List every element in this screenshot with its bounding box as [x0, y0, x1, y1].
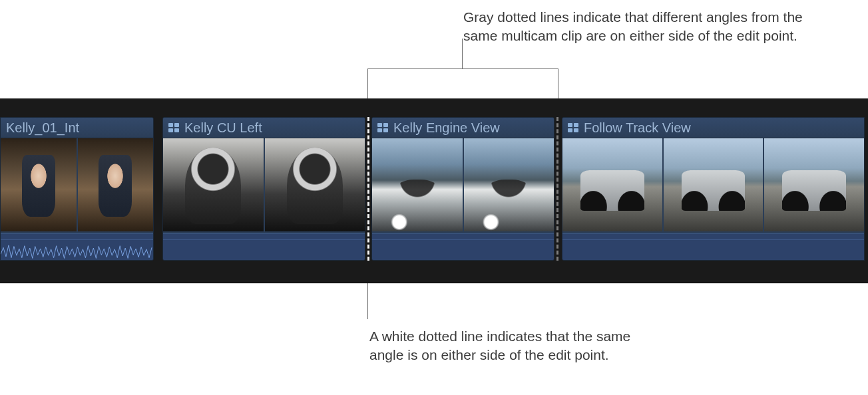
clip-name-label: Kelly CU Left — [184, 118, 262, 138]
clip-name-label: Follow Track View — [584, 118, 691, 138]
svg-rect-4 — [377, 123, 382, 127]
thumbnail — [1, 138, 77, 231]
leader-line — [367, 68, 368, 98]
thumbnail — [464, 138, 554, 231]
thumbnail — [372, 138, 463, 231]
timeline-clip[interactable]: Kelly CU Left — [162, 117, 365, 261]
multicam-icon — [377, 123, 388, 132]
svg-rect-10 — [568, 128, 572, 132]
leader-line — [462, 39, 463, 68]
svg-rect-2 — [168, 128, 173, 132]
svg-rect-1 — [174, 123, 179, 127]
clip-audio-lane — [1, 233, 153, 260]
thumbnail — [265, 138, 365, 231]
clip-title-bar: Follow Track View — [562, 118, 864, 138]
svg-rect-5 — [383, 123, 388, 127]
clip-name-label: Kelly_01_Int — [6, 118, 79, 138]
audio-waveform — [1, 241, 153, 260]
clip-audio-lane — [372, 233, 554, 260]
clip-audio-lane — [562, 233, 864, 260]
thumbnail — [764, 138, 864, 231]
timeline-clip[interactable]: Kelly Engine View — [371, 117, 554, 261]
svg-rect-11 — [574, 128, 578, 132]
thumbnail — [163, 138, 264, 231]
clip-title-bar: Kelly_01_Int — [1, 118, 153, 138]
clip-thumbnails — [372, 138, 554, 231]
clip-title-bar: Kelly CU Left — [163, 118, 365, 138]
thumbnail — [78, 138, 154, 231]
svg-rect-0 — [168, 123, 173, 127]
leader-line — [367, 283, 368, 319]
thumbnail — [664, 138, 763, 231]
edit-point-same-angle[interactable] — [367, 117, 369, 261]
clip-thumbnails — [562, 138, 864, 231]
thumbnail — [562, 138, 662, 231]
leader-line — [367, 68, 558, 69]
multicam-icon — [168, 123, 179, 132]
clip-title-bar: Kelly Engine View — [372, 118, 554, 138]
svg-rect-7 — [383, 128, 388, 132]
clip-name-label: Kelly Engine View — [393, 118, 500, 138]
clip-audio-lane — [163, 233, 365, 260]
callout-white-dotted: A white dotted line indicates that the s… — [369, 327, 636, 365]
leader-line — [558, 68, 558, 98]
clip-thumbnails — [1, 138, 153, 231]
svg-rect-3 — [174, 128, 179, 132]
svg-rect-6 — [377, 128, 382, 132]
timeline-clip[interactable]: Follow Track View — [562, 117, 865, 261]
timeline[interactable]: Kelly_01_Int Kelly CU Left — [0, 98, 868, 283]
clip-thumbnails — [163, 138, 365, 231]
callout-gray-dotted: Gray dotted lines indicate that differen… — [463, 8, 836, 46]
svg-rect-9 — [574, 123, 578, 127]
timeline-clip[interactable]: Kelly_01_Int — [0, 117, 154, 261]
edit-point-different-angle[interactable] — [556, 117, 558, 261]
multicam-icon — [568, 123, 578, 132]
svg-rect-8 — [568, 123, 572, 127]
